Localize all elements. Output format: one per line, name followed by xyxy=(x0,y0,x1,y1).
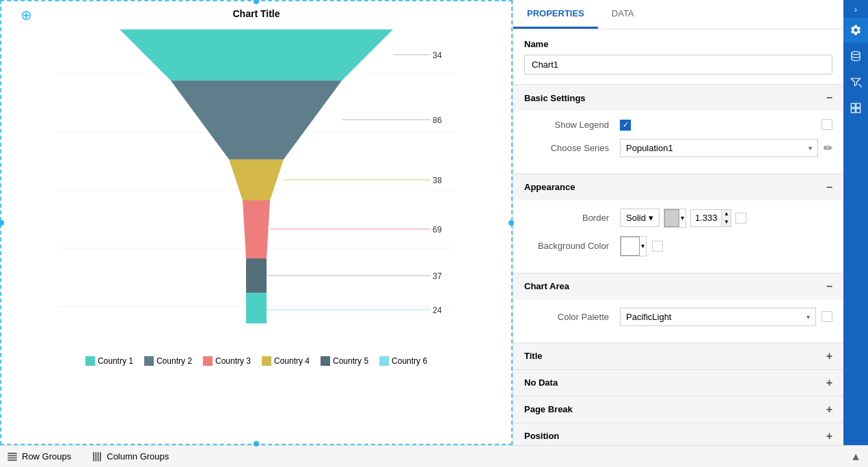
chart-legend: Country 1 Country 2 Country 3 Country 4 … xyxy=(1,351,511,370)
svg-rect-26 xyxy=(851,109,855,113)
border-control: Solid ▾ ▾ 1.333 ▲ ▼ xyxy=(620,209,832,228)
legend-item-1: Country 1 xyxy=(85,356,133,366)
series-chevron: ▾ xyxy=(809,144,812,152)
legend-color-6 xyxy=(379,356,389,366)
svg-marker-5 xyxy=(120,29,393,81)
position-section[interactable]: Position + xyxy=(513,423,843,446)
bg-color-checkbox[interactable] xyxy=(652,241,663,252)
legend-label-3: Country 3 xyxy=(215,356,251,366)
svg-rect-28 xyxy=(856,109,860,113)
svg-text:34: 34 xyxy=(433,51,442,60)
title-expand[interactable]: + xyxy=(826,350,832,362)
svg-rect-33 xyxy=(93,452,94,461)
border-width-up[interactable]: ▲ xyxy=(721,210,731,218)
edit-icon[interactable]: ✏ xyxy=(824,142,832,155)
bg-color-swatch[interactable] xyxy=(621,237,640,256)
appearance-header: Appearance − xyxy=(513,174,843,200)
svg-rect-30 xyxy=(8,455,16,456)
color-palette-checkbox[interactable] xyxy=(822,311,832,322)
panel-tabs: PROPERTIES DATA xyxy=(513,0,843,29)
bottom-bar-chevron-up[interactable]: ▲ xyxy=(850,451,861,463)
name-section: Name xyxy=(513,29,843,84)
legend-item-5: Country 5 xyxy=(321,356,368,366)
border-checkbox[interactable] xyxy=(735,213,746,224)
svg-marker-8 xyxy=(243,200,270,258)
svg-rect-34 xyxy=(96,452,97,461)
svg-marker-10 xyxy=(246,293,267,323)
background-color-row: Background Color ▾ xyxy=(524,236,832,256)
svg-rect-29 xyxy=(8,453,16,454)
svg-rect-27 xyxy=(856,103,860,107)
bottom-bar: Row Groups Column Groups ▲ xyxy=(0,445,868,467)
funnel-svg: 34 86 38 69 37 24 xyxy=(58,23,455,344)
color-palette-label: Color Palette xyxy=(524,312,620,322)
svg-text:37: 37 xyxy=(433,271,442,281)
legend-item-2: Country 2 xyxy=(144,356,192,366)
column-groups-label: Column Groups xyxy=(107,451,169,462)
show-legend-extra-checkbox[interactable] xyxy=(822,119,832,130)
border-color-chevron[interactable]: ▾ xyxy=(679,214,686,222)
no-data-expand[interactable]: + xyxy=(826,377,832,389)
svg-rect-32 xyxy=(8,459,16,461)
choose-series-label: Choose Series xyxy=(524,143,620,153)
tab-data[interactable]: DATA xyxy=(598,0,648,29)
basic-settings-label: Basic Settings xyxy=(524,93,586,103)
column-groups-item[interactable]: Column Groups xyxy=(92,451,169,462)
basic-settings-toggle[interactable]: − xyxy=(826,92,832,104)
panel-collapse-btn[interactable]: › xyxy=(843,3,868,16)
settings-icon-btn[interactable] xyxy=(843,18,868,42)
show-legend-checkbox[interactable] xyxy=(620,120,631,131)
color-palette-chevron: ▾ xyxy=(806,313,810,321)
layers-icon-btn[interactable] xyxy=(843,96,868,120)
border-color-swatch[interactable] xyxy=(664,209,679,227)
legend-label-2: Country 2 xyxy=(157,356,192,366)
series-dropdown[interactable]: Population1 ▾ xyxy=(620,139,818,157)
name-input[interactable] xyxy=(524,55,832,75)
row-groups-item[interactable]: Row Groups xyxy=(7,451,71,462)
bottom-bar-right: ▲ xyxy=(189,451,861,463)
filter-icon-btn[interactable] xyxy=(843,70,868,94)
no-data-section[interactable]: No Data + xyxy=(513,369,843,396)
title-label: Title xyxy=(524,351,543,361)
name-label: Name xyxy=(524,39,832,49)
chart-area-body: Color Palette PacificLight ▾ xyxy=(513,299,843,343)
row-groups-label: Row Groups xyxy=(22,451,71,462)
title-section[interactable]: Title + xyxy=(513,343,843,369)
page-break-label: Page Break xyxy=(524,404,573,414)
background-color-label: Background Color xyxy=(524,241,620,251)
row-groups-icon xyxy=(7,451,18,462)
show-legend-control xyxy=(620,119,822,131)
border-controls: Solid ▾ ▾ 1.333 ▲ ▼ xyxy=(620,209,832,228)
background-color-control: ▾ xyxy=(620,236,832,256)
database-icon-btn[interactable] xyxy=(843,44,868,68)
svg-marker-6 xyxy=(171,81,342,159)
svg-rect-36 xyxy=(100,452,101,461)
svg-text:86: 86 xyxy=(433,116,442,125)
chart-area-toggle[interactable]: − xyxy=(826,280,832,293)
svg-rect-31 xyxy=(8,457,16,458)
choose-series-control: Population1 ▾ ✏ xyxy=(620,139,832,157)
color-palette-value: PacificLight xyxy=(626,312,671,322)
border-width-control: 1.333 ▲ ▼ xyxy=(690,209,732,227)
color-palette-dropdown[interactable]: PacificLight ▾ xyxy=(620,308,816,326)
legend-color-2 xyxy=(144,356,154,366)
svg-text:69: 69 xyxy=(433,225,442,235)
properties-panel: PROPERTIES DATA Name Basic Settings − Sh… xyxy=(513,0,868,445)
page-break-expand[interactable]: + xyxy=(826,403,832,416)
series-value: Population1 xyxy=(626,143,673,153)
legend-label-5: Country 5 xyxy=(333,356,368,366)
tab-properties[interactable]: PROPERTIES xyxy=(513,0,598,29)
legend-color-4 xyxy=(262,356,271,366)
appearance-toggle[interactable]: − xyxy=(826,181,832,194)
show-legend-row: Show Legend xyxy=(524,119,832,131)
legend-item-4: Country 4 xyxy=(262,356,310,366)
border-width-down[interactable]: ▼ xyxy=(721,218,731,226)
page-break-section[interactable]: Page Break + xyxy=(513,396,843,423)
funnel-wrapper: 34 86 38 69 37 24 xyxy=(1,23,511,351)
position-expand[interactable]: + xyxy=(826,430,832,442)
border-row: Border Solid ▾ ▾ 1.3 xyxy=(524,209,832,228)
border-label: Border xyxy=(524,213,620,223)
bg-color-chevron[interactable]: ▾ xyxy=(640,242,646,250)
panel-content: PROPERTIES DATA Name Basic Settings − Sh… xyxy=(513,0,843,445)
border-style-dropdown[interactable]: Solid ▾ xyxy=(620,209,660,227)
